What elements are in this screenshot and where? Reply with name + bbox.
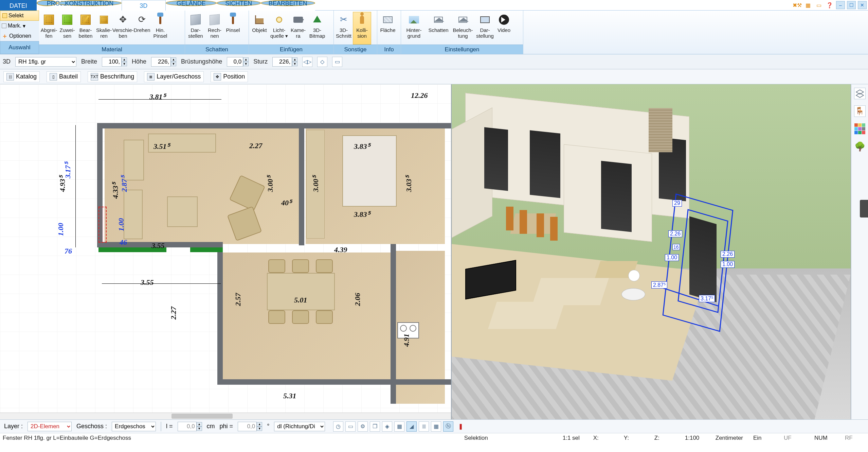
hoehe-up[interactable]: ▲ xyxy=(171,57,176,62)
bh-down[interactable]: ▼ xyxy=(243,62,249,66)
btn-schatten-settings[interactable]: Schatten xyxy=(426,12,451,45)
select-mode-button[interactable]: Selekt xyxy=(0,11,39,21)
element-type-select[interactable]: RH 1flg. gr xyxy=(15,57,76,67)
length-input[interactable] xyxy=(178,422,197,431)
btn-lichtquelle[interactable]: Licht- quelle ▾ xyxy=(269,12,289,45)
btn-abgreifen[interactable]: Abgrei- fen xyxy=(40,12,58,45)
dim-3035: 3.03⁵ xyxy=(404,176,413,192)
view-2d[interactable]: 3.81⁵ 12.26 3.51⁵ 2.27 3.83⁵ 3.83⁵ 3.00⁵… xyxy=(0,84,452,419)
katalog-button[interactable]: ⌸Katalog xyxy=(3,71,40,82)
btn-skalieren[interactable]: Skalie- ren xyxy=(95,12,113,45)
tab-sichten[interactable]: SICHTEN xyxy=(217,0,261,6)
phi-label: phi = xyxy=(220,423,233,430)
lbl3d-16: 16 xyxy=(672,244,680,250)
tab-3d[interactable]: 3D xyxy=(122,0,166,11)
layer-select[interactable]: 2D-Elemen xyxy=(28,422,72,431)
dl-select[interactable]: dl (Richtung/Di xyxy=(274,422,325,431)
btn-kollision[interactable]: Kolli- sion xyxy=(353,12,371,45)
btn-darstellen[interactable]: Dar- stellen xyxy=(186,12,205,45)
title-screen-icon[interactable]: ▭ xyxy=(814,1,823,9)
btn-kamera[interactable]: Kame- ra xyxy=(289,12,307,45)
btn-bearbeiten[interactable]: Bear- beiten xyxy=(76,12,95,45)
tab-bearbeiten[interactable]: BEARBEITEN xyxy=(261,0,315,6)
window-minimize[interactable]: – xyxy=(836,1,845,9)
tab-projekt[interactable]: PROJEKT xyxy=(37,0,57,6)
btn-hintergrund[interactable]: Hinter- grund xyxy=(402,12,426,45)
bh-input[interactable] xyxy=(227,57,243,67)
tab-datei[interactable]: DATEI xyxy=(0,0,37,11)
dim-3005b: 3.00⁵ xyxy=(311,176,320,192)
btn-video[interactable]: Video xyxy=(495,12,513,45)
btn-objekt[interactable]: Objekt xyxy=(250,12,269,45)
screen-icon[interactable]: ▭ xyxy=(332,57,342,67)
btn-rechnen[interactable]: Rech- nen xyxy=(205,12,224,45)
opt-marker-icon[interactable]: ❚ xyxy=(455,421,466,432)
position-button[interactable]: ✥Position xyxy=(211,71,248,82)
view2d-scrollbar[interactable] xyxy=(0,413,451,419)
opt-shade-icon[interactable]: ◢ xyxy=(406,421,417,432)
hoehe-down[interactable]: ▼ xyxy=(171,62,176,66)
title-help-icon[interactable]: ❓ xyxy=(825,1,834,9)
side-color-palette[interactable] xyxy=(854,123,866,135)
mirror-icon[interactable]: ◇ xyxy=(317,57,327,67)
breite-down[interactable]: ▼ xyxy=(122,62,127,66)
side-chair-icon[interactable]: 🪑 xyxy=(854,105,866,117)
side-layers-icon[interactable] xyxy=(854,88,866,99)
btn-darstellung[interactable]: Dar- stellung xyxy=(475,12,495,45)
btn-3d-schnitt[interactable]: ✂3D- Schnitt xyxy=(334,12,353,45)
status-rf: RF xyxy=(845,435,865,441)
view-3d[interactable]: 2.26 1.00 2.87⁵ 3.17⁵ 2.26 1.00 29 16 xyxy=(452,84,851,419)
view2d-scroll-thumb[interactable] xyxy=(171,414,233,419)
btn-flaeche[interactable]: Fläche xyxy=(378,12,398,45)
title-box-icon[interactable]: ▦ xyxy=(803,1,812,9)
options-button[interactable]: ＋Optionen xyxy=(0,31,39,41)
breite-input[interactable] xyxy=(102,57,122,67)
phi-input[interactable] xyxy=(238,422,257,431)
opt-screen-icon[interactable]: ▭ xyxy=(345,421,356,432)
lbl3d-226b: 2.26 xyxy=(721,251,735,258)
side-tree-icon[interactable]: 🌳 xyxy=(854,141,866,152)
tab-konstruktion[interactable]: KONSTRUKTION xyxy=(57,0,122,6)
mode-label: 3D xyxy=(3,58,11,65)
opt-grid-icon[interactable]: ▦ xyxy=(431,421,441,432)
dim-3835b: 3.83⁵ xyxy=(354,210,370,219)
geschoss-select[interactable]: Erdgeschos xyxy=(112,422,156,431)
sturz-input[interactable] xyxy=(272,57,292,67)
window-maximize[interactable]: ☐ xyxy=(847,1,856,9)
side-panel-handle[interactable] xyxy=(860,200,868,218)
btn-3d-bitmap[interactable]: 3D- Bitmap xyxy=(307,12,327,45)
group-schatten-label: Schatten xyxy=(185,45,249,54)
opt-layers2-icon[interactable]: ≣ xyxy=(419,421,429,432)
bh-label: Brüstungshöhe xyxy=(181,58,222,65)
tab-gelaende[interactable]: GELÄNDE xyxy=(166,0,217,6)
sturz-down[interactable]: ▼ xyxy=(292,62,297,66)
opt-north-icon[interactable]: Ⓝ xyxy=(443,421,453,432)
sturz-up[interactable]: ▲ xyxy=(292,57,297,62)
title-tool-icon[interactable]: ✖⚒ xyxy=(793,1,801,9)
btn-hin-pinsel[interactable]: Hin. Pinsel xyxy=(151,12,169,45)
bauteil-button[interactable]: ▯Bauteil xyxy=(47,71,81,82)
dim-491: 4.91 xyxy=(402,334,411,347)
bh-up[interactable]: ▲ xyxy=(243,57,249,62)
opt-stack-icon[interactable]: ❐ xyxy=(370,421,380,432)
beschriftung-button[interactable]: TXTBeschriftung xyxy=(88,71,137,82)
btn-verschieben[interactable]: ✥Verschie- ben xyxy=(113,12,133,45)
opt-hatch-icon[interactable]: ▦ xyxy=(394,421,404,432)
mark-dropdown[interactable]: Mark. ▾ xyxy=(0,21,39,31)
flip-h-icon[interactable]: ◁▷ xyxy=(302,57,312,67)
status-selektion: Selektion xyxy=(464,435,488,441)
status-sel: 1:1 sel xyxy=(563,435,583,441)
opt-diamond-icon[interactable]: ◈ xyxy=(382,421,392,432)
btn-zuweisen[interactable]: Zuwei- sen xyxy=(58,12,76,45)
btn-pinsel[interactable]: Pinsel xyxy=(224,12,242,45)
layer-geschoss-button[interactable]: ≣Layer/Geschoss xyxy=(144,71,204,82)
opt-gear-icon[interactable]: ⚙ xyxy=(358,421,368,432)
dim-3835: 3.83⁵ xyxy=(354,142,370,151)
btn-drehen[interactable]: ⟳Drehen xyxy=(133,12,151,45)
hoehe-input[interactable] xyxy=(151,57,171,67)
window-close[interactable]: ✕ xyxy=(858,1,867,9)
dim-257: 2.57 xyxy=(234,293,242,306)
btn-beleuchtung[interactable]: Beleuch- tung xyxy=(451,12,475,45)
breite-up[interactable]: ▲ xyxy=(122,57,127,62)
opt-clock-icon[interactable]: ◷ xyxy=(333,421,343,432)
